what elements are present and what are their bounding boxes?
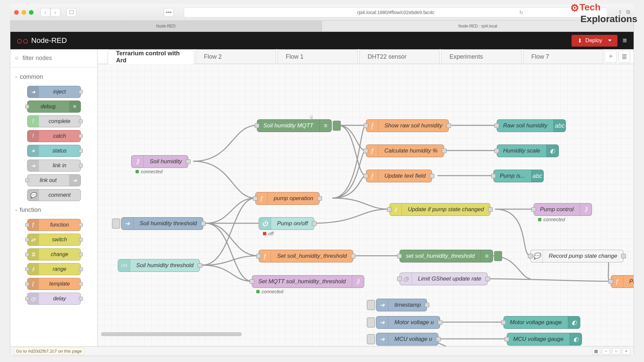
node-timestamp[interactable]: ➜ timestamp	[376, 299, 427, 311]
text-icon: abc	[531, 170, 543, 182]
zoom-out-button[interactable]: −	[602, 348, 610, 355]
inject-icon: ➜	[376, 299, 388, 311]
nodered-icon	[17, 38, 28, 44]
flow-tab-1[interactable]: Flow 2	[196, 49, 276, 64]
flow-canvas[interactable]: ⟫ Soil humidity connected Soil humidity …	[98, 64, 634, 346]
reload-icon[interactable]: ↻	[519, 10, 523, 15]
node-soil-mqtt[interactable]: Soil humidity MQTT ≡	[257, 119, 332, 132]
forward-button[interactable]: ›	[50, 8, 60, 17]
flow-tab-0[interactable]: Terrarium control with Ard	[108, 50, 194, 64]
browser-tab-0[interactable]: Node-RED	[10, 21, 322, 32]
app-header: Node-RED ⬇ Deploy ≡	[10, 32, 634, 49]
palette-node-status[interactable]: ✶status	[27, 145, 81, 157]
node-update-text[interactable]: ƒ Update text field	[366, 170, 432, 182]
numeric-icon: 123	[118, 259, 130, 272]
inject-icon: ➜	[376, 316, 388, 328]
horizontal-scrollbar[interactable]	[101, 332, 242, 336]
inject-button[interactable]	[112, 219, 120, 229]
inject-button[interactable]	[367, 300, 375, 310]
node-record-pump[interactable]: 💬 Record pump state change	[530, 250, 624, 262]
palette-node-delay[interactable]: ◷delay	[27, 293, 81, 305]
debug-icon: ≡	[319, 120, 331, 132]
sidebar-toggle[interactable]: ☐	[66, 8, 76, 17]
node-set-sht-debug[interactable]: set soil_humidity_threshold ≡	[399, 250, 493, 262]
list-flows-button[interactable]: ≣	[618, 51, 630, 63]
category-function[interactable]: › function	[10, 204, 97, 216]
flow-tab-5[interactable]: Flow 7	[523, 49, 603, 64]
palette-node-template[interactable]: {template	[27, 278, 81, 290]
node-motor-voltage[interactable]: ➜ Motor voltage υ	[376, 316, 440, 329]
app-window: Node-RED ⬇ Deploy ≡ › common➜injectdebug…	[10, 32, 634, 356]
inject-button[interactable]	[367, 317, 375, 327]
node-sh-threshold-numeric[interactable]: 123 Soil humidity threshold	[118, 259, 200, 272]
window-controls[interactable]	[14, 10, 34, 15]
flow-tabs: Terrarium control with ArdFlow 2Flow 1DH…	[98, 49, 634, 64]
node-set-sht[interactable]: ƒ Set soil_humidity_threshold	[259, 250, 353, 262]
back-button[interactable]: ‹	[40, 8, 50, 17]
reader-button[interactable]: •••	[164, 8, 174, 17]
flow-tab-2[interactable]: Flow 1	[277, 49, 358, 64]
inject-icon: ➜	[121, 218, 133, 230]
debug-toggle[interactable]	[494, 251, 502, 261]
flow-tab-4[interactable]: Experiments	[441, 49, 522, 64]
palette-node-function[interactable]: ƒfunction	[27, 219, 81, 231]
text-icon: abc	[553, 120, 566, 132]
node-motor-gauge[interactable]: Motor voltage gauge ◐	[503, 316, 580, 329]
node-prepa[interactable]: ƒ Prepa	[611, 275, 634, 288]
node-mcu-gauge[interactable]: MCU voltage gauge ◐	[507, 333, 582, 346]
minimize-window[interactable]	[21, 10, 26, 15]
navigator-button[interactable]: ▦	[592, 348, 600, 355]
mqtt-out-icon: ⟫	[580, 203, 592, 216]
palette-node-inject[interactable]: ➜inject	[27, 86, 81, 98]
node-mcu-voltage[interactable]: ➜ MCU voltage υ	[376, 333, 438, 346]
node-calc-humidity[interactable]: ƒ Calculate humidity %	[366, 144, 444, 157]
footer-bar: Go to #d20d2fb7.2c7 on this page ▦ − ○ +	[10, 346, 634, 356]
gauge-icon: ◐	[570, 333, 582, 345]
mqtt-in-icon: ⟫	[131, 156, 144, 168]
gear-icon: ⚙	[570, 2, 579, 13]
debug-toggle[interactable]	[333, 121, 341, 131]
node-raw-humidity[interactable]: Raw soil humidity abc	[497, 119, 566, 132]
debug-icon: ≡	[481, 250, 493, 262]
zoom-reset-button[interactable]: ○	[612, 348, 620, 355]
palette-node-switch[interactable]: ⇄switch	[27, 234, 81, 246]
filter-nodes-input[interactable]	[15, 53, 93, 63]
url-bar[interactable]: rpi4.local:1880/#flow/c02ebde9.fac4c ↻	[184, 7, 608, 17]
browser-tab-strip: Node-RED Node-RED : rpi4.local	[10, 21, 634, 32]
status-text: Go to #d20d2fb7.2c7 on this page	[14, 348, 84, 355]
node-humidity-scale[interactable]: Humidity scale ◐	[497, 144, 559, 157]
watermark-logo: ⚙Tech Explorations	[570, 2, 637, 24]
chevron-down-icon[interactable]	[608, 40, 611, 42]
node-pump-control[interactable]: Pump control ⟫ connected	[534, 203, 592, 216]
palette-node-link-in[interactable]: ➜link in	[27, 160, 81, 172]
close-window[interactable]	[14, 10, 19, 15]
maximize-window[interactable]	[29, 10, 34, 15]
palette-node-change[interactable]: ⇅change	[27, 248, 81, 260]
deploy-button[interactable]: ⬇ Deploy	[572, 35, 618, 47]
flow-tab-3[interactable]: DHT22 sensor	[359, 49, 440, 64]
node-sh-threshold-slider[interactable]: ➜ Soil humidity threshold	[121, 217, 203, 230]
category-common[interactable]: › common	[10, 71, 97, 83]
inject-button[interactable]	[367, 334, 375, 344]
mqtt-out-icon: ⟫	[352, 276, 364, 288]
node-soil-humidity[interactable]: ⟫ Soil humidity connected	[131, 155, 188, 168]
node-update-pump-state[interactable]: ⫿ Update if pump state changed	[389, 203, 490, 216]
zoom-in-button[interactable]: +	[622, 348, 630, 355]
palette-node-catch[interactable]: !catch	[27, 130, 81, 142]
node-show-raw[interactable]: ƒ Show raw soil humidity	[366, 119, 449, 132]
add-flow-button[interactable]: +	[605, 51, 617, 63]
app-logo: Node-RED	[17, 36, 67, 45]
node-pump-operation[interactable]: ƒ pump operation	[255, 192, 320, 205]
node-pump-is[interactable]: Pump is... abc	[493, 170, 544, 182]
node-limit-gsheet[interactable]: ◷ Limit GSheet update rate	[399, 273, 488, 285]
browser-toolbar: ‹ › ☐ ••• rpi4.local:1880/#flow/c02ebde9…	[10, 4, 634, 21]
inject-icon: ➜	[376, 333, 388, 345]
menu-button[interactable]: ≡	[623, 36, 627, 45]
palette-node-debug[interactable]: debug≡	[27, 101, 81, 113]
palette-node-complete[interactable]: !complete	[27, 115, 81, 127]
palette-node-link-out[interactable]: link out➜	[27, 174, 81, 186]
palette-node-range[interactable]: ⫿range	[27, 263, 81, 275]
node-set-mqtt-sht[interactable]: Set MQTT soil_humidity_threshold ⟫ conne…	[252, 275, 364, 288]
node-pump-onoff[interactable]: ⏻ Pump on/off off	[259, 217, 314, 230]
palette-node-comment[interactable]: 💬comment	[27, 189, 81, 201]
